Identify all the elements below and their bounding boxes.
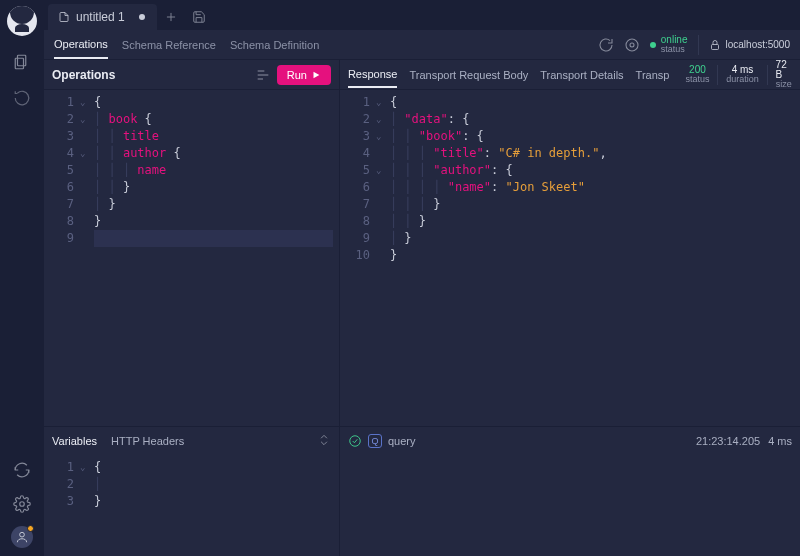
svg-point-6	[630, 43, 634, 47]
operations-editor[interactable]: 123456789 ⌄⌄⌄ {│ book {│ │ title│ │ auth…	[44, 90, 339, 426]
documents-icon[interactable]	[10, 50, 34, 74]
play-icon	[311, 70, 321, 80]
save-button[interactable]	[185, 4, 213, 30]
run-button[interactable]: Run	[277, 65, 331, 85]
file-tab[interactable]: untitled 1	[48, 4, 157, 30]
file-tab-bar: untitled 1	[44, 0, 800, 30]
divider	[698, 35, 699, 55]
history-icon[interactable]	[10, 86, 34, 110]
tab-schema-reference[interactable]: Schema Reference	[122, 32, 216, 58]
server-status-chip: onlinestatus	[650, 35, 688, 54]
tab-response[interactable]: Response	[348, 62, 398, 88]
response-status-metric: 200status	[685, 65, 709, 84]
svg-rect-8	[711, 44, 718, 49]
refresh-icon[interactable]	[598, 37, 614, 53]
lock-icon	[709, 39, 721, 51]
log-timestamp: 21:23:14.205	[696, 435, 760, 447]
response-duration-metric: 4 msduration	[726, 65, 759, 84]
svg-rect-0	[18, 55, 26, 66]
sync-icon[interactable]	[10, 458, 34, 482]
response-viewer[interactable]: 12345678910 ⌄⌄⌄⌄ {│ "data": {│ │ "book":…	[340, 90, 800, 426]
tab-variables[interactable]: Variables	[52, 435, 97, 447]
tab-http-headers[interactable]: HTTP Headers	[111, 435, 184, 447]
settings-cog-icon[interactable]	[624, 37, 640, 53]
success-check-icon	[348, 434, 362, 448]
profile-avatar[interactable]	[11, 526, 33, 548]
host-chip[interactable]: localhost:5000	[709, 39, 791, 51]
query-badge-icon: Q	[368, 434, 382, 448]
app-logo-icon	[7, 6, 37, 36]
unsaved-dot-icon	[139, 14, 145, 20]
tab-transport-more[interactable]: Transp	[636, 63, 670, 87]
svg-point-13	[350, 436, 361, 447]
svg-point-2	[20, 502, 25, 507]
document-icon	[58, 11, 70, 23]
tab-transport-details[interactable]: Transport Details	[540, 63, 623, 87]
svg-rect-1	[15, 58, 23, 69]
format-icon[interactable]	[255, 67, 271, 83]
log-row[interactable]: Q query 21:23:14.205 4 ms	[340, 427, 800, 455]
tab-transport-body[interactable]: Transport Request Body	[409, 63, 528, 87]
log-operation: query	[388, 435, 416, 447]
collapse-chevron-icon[interactable]	[317, 433, 331, 450]
settings-gear-icon[interactable]	[10, 492, 34, 516]
svg-point-7	[626, 39, 638, 51]
response-size-metric: 72 Bsize	[776, 60, 792, 89]
operations-title: Operations	[52, 68, 115, 82]
svg-marker-12	[313, 71, 319, 78]
tab-schema-definition[interactable]: Schema Definition	[230, 32, 319, 58]
tab-operations[interactable]: Operations	[54, 31, 108, 59]
new-tab-button[interactable]	[157, 4, 185, 30]
host-label: localhost:5000	[726, 39, 791, 50]
svg-point-3	[20, 532, 25, 537]
log-duration: 4 ms	[768, 435, 792, 447]
panel-tab-bar: Operations Schema Reference Schema Defin…	[44, 30, 800, 60]
file-tab-label: untitled 1	[76, 10, 125, 24]
notification-dot-icon	[27, 525, 34, 532]
status-led-icon	[650, 42, 656, 48]
left-sidebar	[0, 0, 44, 556]
variables-editor[interactable]: 123 ⌄ {│}	[44, 455, 339, 556]
